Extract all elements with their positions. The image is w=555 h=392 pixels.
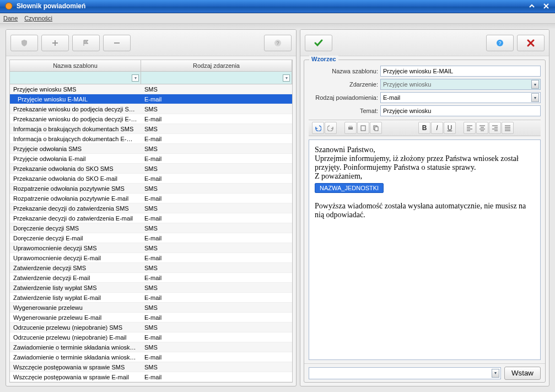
table-row[interactable]: Doręczenie decyzji E-mailE-mail bbox=[10, 233, 292, 243]
editor-area[interactable]: Szanowni Państwo, Uprzejmie informujemy,… bbox=[309, 139, 541, 360]
col-header-name[interactable]: Nazwa szablonu bbox=[10, 60, 141, 71]
insert-button[interactable]: Wstaw bbox=[504, 367, 541, 380]
svg-rect-10 bbox=[375, 127, 378, 131]
cell-type: E-mail bbox=[141, 215, 292, 222]
align-center-button[interactable] bbox=[476, 122, 488, 134]
label-event: Zdarzenie: bbox=[309, 81, 378, 88]
grid-body[interactable]: Przyjęcie wniosku SMSSMS Przyjęcie wnios… bbox=[10, 84, 292, 382]
shield-button[interactable] bbox=[10, 35, 38, 51]
filter-name[interactable]: ▾ bbox=[10, 72, 141, 84]
cell-name: Doręczenie decyzji SMS bbox=[10, 225, 141, 232]
table-row[interactable]: Przekazanie wniosku do podjęcia decyzji … bbox=[10, 104, 292, 114]
workarea: ? Nazwa szablonu Rodzaj zdarzenia ▾ ▾ Pr… bbox=[0, 24, 555, 392]
table-row[interactable]: Przyjęcie odwołania E-mailE-mail bbox=[10, 154, 292, 164]
underline-button[interactable]: U bbox=[444, 122, 456, 134]
table-row[interactable]: Zatwierdzenie listy wypłat SMSSMS bbox=[10, 283, 292, 293]
chevron-down-icon: ▾ bbox=[531, 93, 539, 102]
table-row[interactable]: Informacja o brakujących dokumentach SMS… bbox=[10, 124, 292, 134]
align-justify-button[interactable] bbox=[502, 122, 514, 134]
cell-type: SMS bbox=[141, 146, 292, 152]
paste-button[interactable] bbox=[357, 122, 369, 134]
cell-name: Przekazanie decyzji do zatwierdzenia E-m… bbox=[10, 215, 141, 222]
table-row[interactable]: Rozpatrzenie odwołania pozytywnie SMSSMS bbox=[10, 184, 292, 194]
cell-name: Wygenerowanie przelewu bbox=[10, 304, 141, 311]
table-row[interactable]: Przyjęcie wniosku E-MAILE-mail bbox=[10, 94, 292, 104]
help-right-button[interactable]: ? bbox=[486, 35, 514, 51]
close-button[interactable] bbox=[540, 1, 552, 11]
remove-button[interactable] bbox=[103, 35, 131, 51]
cell-name: Przyjęcie wniosku SMS bbox=[10, 86, 141, 93]
table-row[interactable]: Przyjęcie odwołania SMSSMS bbox=[10, 144, 292, 154]
table-row[interactable]: Zatwierdzenie listy wypłat E-mailE-mail bbox=[10, 293, 292, 303]
left-toolbar: ? bbox=[6, 30, 296, 56]
menu-dane[interactable]: Dane bbox=[3, 15, 18, 22]
cell-type: SMS bbox=[141, 284, 292, 291]
cell-type: SMS bbox=[141, 106, 292, 112]
table-row[interactable]: Odrzucenie przelewu (niepobranie) E-mail… bbox=[10, 332, 292, 342]
print-button[interactable] bbox=[344, 122, 357, 134]
cell-name: Zatwierdzenie listy wypłat E-mail bbox=[10, 294, 141, 301]
wzorzec-fieldset: Wzorzec Nazwa szablonu: Zdarzenie: Przyj… bbox=[304, 60, 546, 383]
cell-name: Przyjęcie wniosku E-MAIL bbox=[10, 96, 141, 103]
grid-filter-row: ▾ ▾ bbox=[10, 72, 292, 84]
italic-button[interactable]: I bbox=[431, 122, 443, 134]
table-row[interactable]: Zatwierdzenie decyzji SMSSMS bbox=[10, 263, 292, 273]
help-left-button[interactable]: ? bbox=[264, 35, 292, 51]
cell-type: E-mail bbox=[141, 354, 292, 361]
input-subject[interactable] bbox=[380, 105, 541, 116]
cell-type: SMS bbox=[141, 344, 292, 351]
select-kind[interactable]: E-mail ▾ bbox=[380, 92, 541, 103]
table-row[interactable]: Doręczenie decyzji SMSSMS bbox=[10, 223, 292, 233]
copy-button[interactable] bbox=[370, 122, 382, 134]
editor-line3: Z poważaniem, bbox=[315, 172, 535, 181]
tag-chip[interactable]: NAZWA_JEDNOSTKI bbox=[315, 183, 384, 193]
cell-type: SMS bbox=[141, 265, 292, 271]
table-row[interactable]: Zatwierdzenie decyzji E-mailE-mail bbox=[10, 273, 292, 283]
table-row[interactable]: Wygenerowanie przelewu E-mailE-mail bbox=[10, 313, 292, 323]
cell-name: Rozpatrzenie odwołania pozytywnie E-mail bbox=[10, 195, 141, 202]
cancel-button[interactable] bbox=[517, 35, 545, 51]
accept-button[interactable] bbox=[305, 35, 332, 51]
cell-name: Wszczęcie postępowania w sprawie E-mail bbox=[10, 374, 141, 380]
col-header-type[interactable]: Rodzaj zdarzenia bbox=[141, 60, 292, 71]
minimize-upward-icon[interactable] bbox=[526, 1, 538, 11]
table-row[interactable]: Przyjęcie wniosku SMSSMS bbox=[10, 84, 292, 94]
input-template-name[interactable] bbox=[380, 66, 541, 77]
cell-name: Uprawomocnienie decyzji SMS bbox=[10, 245, 141, 251]
cell-type: E-mail bbox=[141, 275, 292, 281]
table-row[interactable]: Przekazanie odwołania do SKO SMSSMS bbox=[10, 164, 292, 174]
cell-type: SMS bbox=[141, 225, 292, 232]
table-row[interactable]: Zawiadomienie o terminie składania wnios… bbox=[10, 342, 292, 352]
table-row[interactable]: Uprawomocnienie decyzji SMSSMS bbox=[10, 243, 292, 253]
table-row[interactable]: Zawiadomienie o terminie składania wnios… bbox=[10, 352, 292, 362]
table-row[interactable]: Przekazanie decyzji do zatwierdzenia SMS… bbox=[10, 203, 292, 213]
table-row[interactable]: Wygenerowanie przelewuSMS bbox=[10, 303, 292, 313]
menu-czynnosci[interactable]: Czynności bbox=[24, 15, 52, 22]
undo-button[interactable] bbox=[312, 122, 324, 134]
insert-select[interactable]: ▾ bbox=[309, 367, 501, 379]
cell-type: E-mail bbox=[141, 155, 292, 162]
table-row[interactable]: Informacja o brakujących dokumentach E-m… bbox=[10, 134, 292, 144]
table-row[interactable]: Przekazanie decyzji do zatwierdzenia E-m… bbox=[10, 213, 292, 223]
svg-point-0 bbox=[6, 3, 12, 9]
form-rows: Nazwa szablonu: Zdarzenie: Przyjęcie wni… bbox=[304, 60, 545, 119]
table-row[interactable]: Uprawomocnienie decyzji E-mailE-mail bbox=[10, 253, 292, 263]
cell-name: Przekazanie odwołania do SKO SMS bbox=[10, 165, 141, 172]
filter-type[interactable]: ▾ bbox=[141, 72, 292, 84]
cell-name: Zatwierdzenie decyzji E-mail bbox=[10, 275, 141, 281]
select-event-value: Przyjęcie wniosku bbox=[383, 81, 431, 88]
bold-button[interactable]: B bbox=[418, 122, 430, 134]
flag-button[interactable] bbox=[72, 35, 100, 51]
select-event[interactable]: Przyjęcie wniosku ▾ bbox=[380, 79, 541, 90]
table-row[interactable]: Rozpatrzenie odwołania pozytywnie E-mail… bbox=[10, 194, 292, 203]
table-row[interactable]: Przekazanie odwołania do SKO E-mailE-mai… bbox=[10, 174, 292, 184]
table-row[interactable]: Odrzucenie przelewu (niepobranie) SMSSMS bbox=[10, 323, 292, 332]
cell-name: Przekazanie wniosku do podjęcia decyzji … bbox=[10, 116, 141, 122]
table-row[interactable]: Przekazanie wniosku do podjęcia decyzji … bbox=[10, 114, 292, 124]
table-row[interactable]: Wszczęcie postępowania w sprawie SMSSMS bbox=[10, 362, 292, 372]
align-right-button[interactable] bbox=[489, 122, 501, 134]
redo-button[interactable] bbox=[325, 122, 337, 134]
table-row[interactable]: Wszczęcie postępowania w sprawie E-mailE… bbox=[10, 372, 292, 382]
align-left-button[interactable] bbox=[464, 122, 476, 134]
add-button[interactable] bbox=[41, 35, 69, 51]
